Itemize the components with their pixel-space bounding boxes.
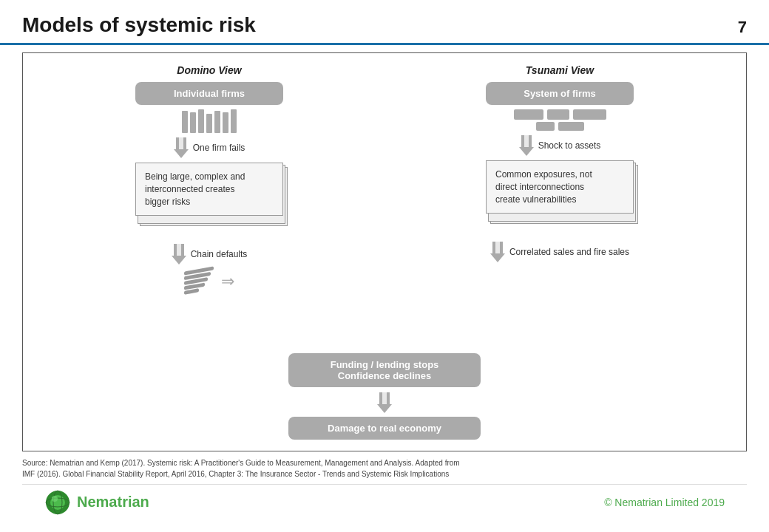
tsunami-row-2 — [536, 122, 584, 131]
source-text: Source: Nematrian and Kemp (2017). Syste… — [22, 457, 747, 480]
right-arrow2-label: Correlated sales and fire sales — [509, 247, 629, 257]
domino-1 — [182, 111, 188, 133]
left-arrow2-container: Chain defaults — [172, 244, 248, 265]
page-number: 7 — [738, 18, 747, 37]
footer: Nematrian © Nematrian Limited 2019 — [22, 484, 747, 519]
left-arrow1-label: One firm fails — [193, 143, 245, 153]
footer-logo: Nematrian — [44, 489, 149, 516]
domino-bars — [182, 109, 237, 133]
t-rect-1 — [514, 109, 543, 120]
system-of-firms-box: System of firms — [486, 82, 634, 105]
arrow-shaft-2 — [174, 244, 184, 256]
stacked-front-right: Common exposures, not direct interconnec… — [486, 160, 634, 214]
diagram-container: Domino View Individual firms — [22, 52, 747, 451]
left-arrow2-label: Chain defaults — [191, 249, 248, 259]
right-stacked-box: Common exposures, not direct interconnec… — [486, 160, 634, 219]
individual-firms-box: Individual firms — [135, 82, 283, 105]
domino-3 — [198, 109, 204, 133]
col-left-domino: Domino View Individual firms — [38, 64, 381, 349]
right-arrow1-label: Shock to assets — [538, 140, 601, 151]
brand-name: Nematrian — [77, 494, 149, 511]
copyright-text: © Nematrian Limited 2019 — [604, 497, 725, 508]
right-arrow2-container: Correlated sales and fire sales — [490, 242, 629, 262]
right-arrow1 — [519, 135, 534, 156]
arrow-shaft-r2 — [492, 242, 503, 253]
domino-2 — [190, 112, 196, 133]
right-arrow-icon: ⇒ — [221, 272, 234, 291]
svg-point-4 — [52, 496, 58, 502]
page-title: Models of systemic risk — [22, 13, 256, 37]
domino-4 — [206, 114, 212, 133]
stacked-front-left: Being large, complex and interconnected … — [135, 163, 283, 216]
t-rect-3 — [573, 109, 606, 120]
funding-box: Funding / lending stops Confidence decli… — [288, 353, 481, 387]
diagram-columns: Domino View Individual firms — [38, 64, 731, 349]
left-arrow1-container: One firm fails — [174, 137, 245, 158]
right-arrow1-container: Shock to assets — [519, 135, 601, 156]
arrow-head — [174, 149, 189, 158]
col-right-tsunami: Tsunami View System of firms — [388, 64, 731, 349]
arrow-shaft-r1 — [521, 135, 532, 147]
tsunami-rect-group — [514, 109, 606, 131]
left-stacked-box: Being large, complex and interconnected … — [135, 163, 283, 222]
domino-5 — [214, 111, 220, 133]
t-rect-4 — [536, 122, 555, 131]
damage-box: Damage to real economy — [288, 417, 481, 440]
tsunami-view-title: Tsunami View — [526, 64, 594, 76]
domino-7 — [231, 109, 237, 133]
left-arrow2 — [172, 244, 186, 265]
center-arrow-shaft — [379, 392, 390, 404]
center-arrow — [377, 392, 392, 413]
arrow-head-r2 — [490, 253, 505, 262]
coin-stack — [184, 269, 214, 293]
arrow-shaft — [176, 137, 186, 149]
left-arrow1 — [174, 137, 189, 158]
arrow-head-r1 — [519, 147, 534, 156]
bottom-section: Funding / lending stops Confidence decli… — [38, 353, 731, 440]
domino-6 — [223, 112, 228, 133]
domino-view-title: Domino View — [177, 64, 241, 76]
nematrian-logo-icon — [44, 489, 71, 516]
t-rect-5 — [558, 122, 584, 131]
main-content: Domino View Individual firms — [0, 45, 769, 525]
center-arrow-head — [377, 404, 392, 413]
tsunami-row-1 — [514, 109, 606, 120]
coin-stack-row: ⇒ — [184, 269, 234, 293]
right-arrow2 — [490, 242, 505, 262]
header: Models of systemic risk 7 — [0, 0, 769, 45]
arrow-head-2 — [172, 256, 186, 265]
t-rect-2 — [547, 109, 569, 120]
